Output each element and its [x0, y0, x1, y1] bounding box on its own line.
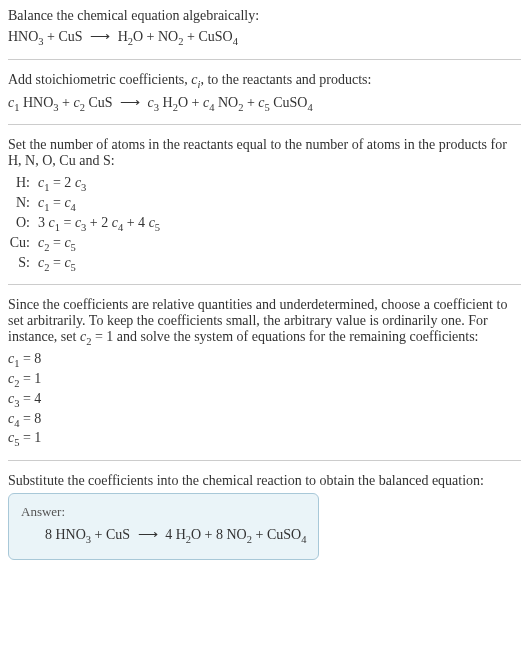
intro-line: Balance the chemical equation algebraica… — [8, 8, 521, 24]
stoich-equation: c1 HNO3 + c2 CuS ⟶ c3 H2O + c4 NO2 + c5 … — [8, 94, 521, 113]
atom-eq: c2 = c5 — [38, 255, 76, 273]
atom-row: O: 3 c1 = c3 + 2 c4 + 4 c5 — [8, 215, 521, 233]
atom-label: Cu: — [8, 235, 38, 251]
atom-table: H: c1 = 2 c3 N: c1 = c4 O: 3 c1 = c3 + 2… — [8, 175, 521, 272]
solve-section: Since the coefficients are relative quan… — [8, 297, 521, 448]
divider — [8, 124, 521, 125]
atom-eq: c1 = c4 — [38, 195, 76, 213]
stoich-intro: Add stoichiometric coefficients, ci, to … — [8, 72, 521, 90]
atom-eq: 3 c1 = c3 + 2 c4 + 4 c5 — [38, 215, 160, 233]
answer-box: Answer: 8 HNO3 + CuS ⟶ 4 H2O + 8 NO2 + C… — [8, 493, 319, 560]
stoich-section: Add stoichiometric coefficients, ci, to … — [8, 72, 521, 113]
coef-row: c2 = 1 — [8, 371, 521, 389]
substitute-intro: Substitute the coefficients into the che… — [8, 473, 521, 489]
intro-section: Balance the chemical equation algebraica… — [8, 8, 521, 47]
atom-eq: c1 = 2 c3 — [38, 175, 86, 193]
atom-label: S: — [8, 255, 38, 271]
atom-row: S: c2 = c5 — [8, 255, 521, 273]
unbalanced-equation: HNO3 + CuS ⟶ H2O + NO2 + CuSO4 — [8, 28, 521, 47]
divider — [8, 284, 521, 285]
atom-label: H: — [8, 175, 38, 191]
atoms-section: Set the number of atoms in the reactants… — [8, 137, 521, 272]
coef-row: c1 = 8 — [8, 351, 521, 369]
coef-row: c4 = 8 — [8, 411, 521, 429]
divider — [8, 460, 521, 461]
coef-list: c1 = 8 c2 = 1 c3 = 4 c4 = 8 c5 = 1 — [8, 351, 521, 448]
atoms-intro: Set the number of atoms in the reactants… — [8, 137, 521, 169]
substitute-section: Substitute the coefficients into the che… — [8, 473, 521, 560]
coef-row: c5 = 1 — [8, 430, 521, 448]
atom-label: O: — [8, 215, 38, 231]
stoich-intro-a: Add stoichiometric coefficients, — [8, 72, 191, 87]
stoich-intro-b: , to the reactants and products: — [200, 72, 371, 87]
atom-row: H: c1 = 2 c3 — [8, 175, 521, 193]
atom-label: N: — [8, 195, 38, 211]
divider — [8, 59, 521, 60]
atom-row: N: c1 = c4 — [8, 195, 521, 213]
solve-intro: Since the coefficients are relative quan… — [8, 297, 521, 347]
answer-label: Answer: — [21, 504, 306, 520]
atom-eq: c2 = c5 — [38, 235, 76, 253]
atom-row: Cu: c2 = c5 — [8, 235, 521, 253]
balanced-equation: 8 HNO3 + CuS ⟶ 4 H2O + 8 NO2 + CuSO4 — [21, 526, 306, 545]
coef-row: c3 = 4 — [8, 391, 521, 409]
